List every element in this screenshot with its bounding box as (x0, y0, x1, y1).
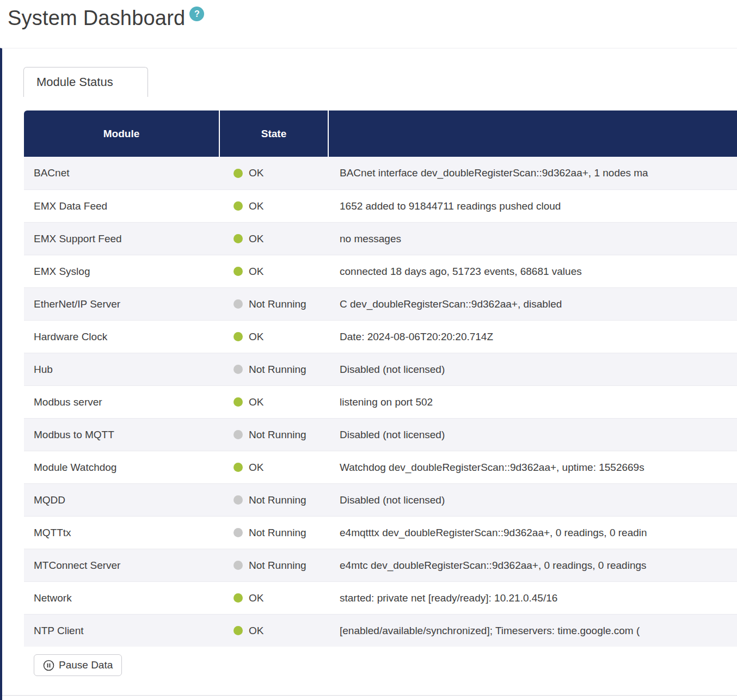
table-row: EMX Data Feed OK 1652 added to 91844711 … (24, 189, 737, 222)
module-name: Hub (24, 364, 220, 376)
module-name: Hardware Clock (24, 331, 220, 343)
module-message: C dev_doubleRegisterScan::9d362aa+, disa… (329, 298, 737, 310)
tab-module-status[interactable]: Module Status (23, 67, 148, 97)
column-header-state: State (220, 110, 329, 157)
module-name: Module Watchdog (24, 462, 220, 474)
module-state: Not Running (220, 494, 329, 506)
page-title: System Dashboard (8, 7, 185, 29)
dashboard-card: Module Status Module State BACnet OK BAC… (0, 48, 737, 700)
module-message: 1652 added to 91844711 readings pushed c… (329, 200, 737, 212)
state-label: OK (249, 167, 263, 179)
state-label: OK (249, 200, 263, 212)
status-dot (234, 626, 243, 635)
module-message: e4mqtttx dev_doubleRegisterScan::9d362aa… (329, 527, 737, 539)
module-name: Modbus server (24, 396, 220, 408)
module-message: [enabled/available/synchronized]; Timese… (329, 625, 737, 637)
module-state: OK (220, 331, 329, 343)
table-row: Modbus server OK listening on port 502 (24, 385, 737, 418)
table-body: BACnet OK BACnet interface dev_doubleReg… (24, 157, 737, 647)
table-row: MTConnect Server Not Running e4mtc dev_d… (24, 549, 737, 581)
table-header: Module State (24, 110, 737, 157)
module-name: Network (24, 592, 220, 604)
status-dot (234, 463, 243, 472)
tab-label: Module Status (36, 75, 113, 89)
state-label: Not Running (249, 560, 306, 572)
help-icon[interactable]: ? (189, 7, 204, 21)
module-state: OK (220, 266, 329, 278)
module-state: Not Running (220, 298, 329, 310)
status-dot (234, 528, 243, 537)
module-message: Watchdog dev_doubleRegisterScan::9d362aa… (329, 462, 737, 474)
module-message: no messages (329, 233, 737, 245)
module-name: Modbus to MQTT (24, 429, 220, 441)
state-label: OK (249, 462, 263, 474)
module-name: NTP Client (24, 625, 220, 637)
table-row: EMX Support Feed OK no messages (24, 222, 737, 255)
module-state: OK (220, 462, 329, 474)
module-name: EMX Data Feed (24, 200, 220, 212)
module-name: EMX Syslog (24, 266, 220, 278)
module-state: Not Running (220, 527, 329, 539)
module-message: listening on port 502 (329, 396, 737, 408)
module-name: EtherNet/IP Server (24, 298, 220, 310)
status-dot (234, 201, 243, 211)
column-header-module: Module (24, 110, 220, 157)
module-name: EMX Support Feed (24, 233, 220, 245)
state-label: OK (249, 592, 263, 604)
module-state: OK (220, 396, 329, 408)
module-state: Not Running (220, 429, 329, 441)
state-label: Not Running (249, 429, 306, 441)
module-message: e4mtc dev_doubleRegisterScan::9d362aa+, … (329, 560, 737, 572)
status-dot (234, 169, 243, 178)
table-row: EtherNet/IP Server Not Running C dev_dou… (24, 287, 737, 320)
pause-data-button[interactable]: Pause Data (34, 654, 122, 676)
status-dot (234, 495, 243, 505)
state-label: Not Running (249, 298, 306, 310)
status-dot (234, 332, 243, 341)
table-row: Hardware Clock OK Date: 2024-08-06T20:20… (24, 320, 737, 353)
module-name: MQTTtx (24, 527, 220, 539)
status-dot (234, 365, 243, 374)
module-name: MQDD (24, 494, 220, 506)
module-state: Not Running (220, 364, 329, 376)
table-row: MQTTtx Not Running e4mqtttx dev_doubleRe… (24, 516, 737, 549)
column-header-message (329, 110, 737, 157)
status-dot (234, 397, 243, 407)
module-name: MTConnect Server (24, 560, 220, 572)
module-state: OK (220, 625, 329, 637)
dashboard-card-inner: Module Status Module State BACnet OK BAC… (2, 48, 737, 696)
pause-icon (43, 660, 54, 671)
state-label: Not Running (249, 364, 306, 376)
status-dot (234, 234, 243, 243)
module-message: Disabled (not licensed) (329, 429, 737, 441)
table-row: MQDD Not Running Disabled (not licensed) (24, 483, 737, 516)
module-message: Date: 2024-08-06T20:20:20.714Z (329, 331, 737, 343)
module-state: OK (220, 592, 329, 604)
module-message: started: private net [ready/ready]: 10.2… (329, 592, 737, 604)
module-message: BACnet interface dev_doubleRegisterScan:… (329, 167, 737, 179)
state-label: OK (249, 625, 263, 637)
module-state: OK (220, 200, 329, 212)
table-row: Network OK started: private net [ready/r… (24, 581, 737, 614)
module-state: Not Running (220, 560, 329, 572)
module-message: Disabled (not licensed) (329, 364, 737, 376)
status-dot (234, 561, 243, 570)
status-dot (234, 430, 243, 439)
module-message: connected 18 days ago, 51723 events, 686… (329, 266, 737, 278)
table-footer: Pause Data (24, 647, 737, 695)
state-label: OK (249, 331, 263, 343)
state-label: Not Running (249, 527, 306, 539)
state-label: OK (249, 233, 263, 245)
status-dot (234, 299, 243, 309)
state-label: OK (249, 396, 263, 408)
page-header: System Dashboard? (0, 0, 737, 48)
table-row: Module Watchdog OK Watchdog dev_doubleRe… (24, 451, 737, 483)
table-row: NTP Client OK [enabled/available/synchro… (24, 614, 737, 647)
table-row: BACnet OK BACnet interface dev_doubleReg… (24, 157, 737, 189)
table-row: Modbus to MQTT Not Running Disabled (not… (24, 418, 737, 451)
status-dot (234, 267, 243, 276)
module-state: OK (220, 233, 329, 245)
pause-button-label: Pause Data (59, 659, 113, 671)
state-label: Not Running (249, 494, 306, 506)
table-row: Hub Not Running Disabled (not licensed) (24, 353, 737, 385)
